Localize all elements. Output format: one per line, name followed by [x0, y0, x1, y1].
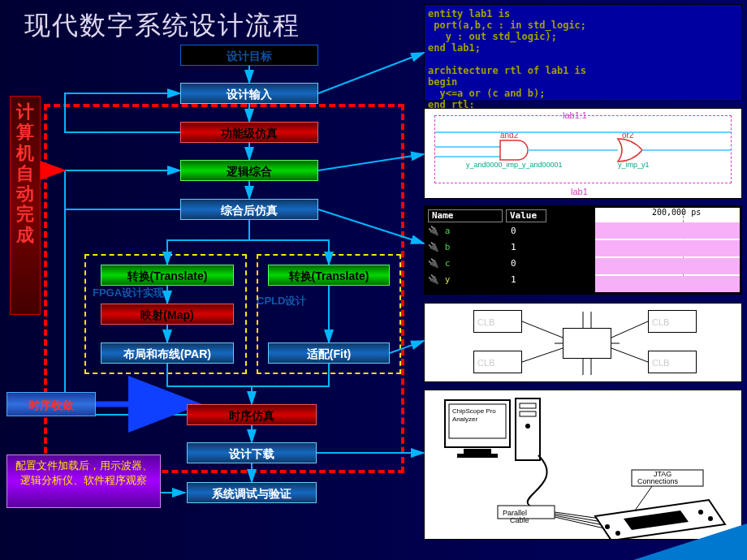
panel-vhdl: entity lab1 is port(a,b,c : in std_logic… [424, 4, 742, 101]
svg-rect-22 [520, 403, 536, 408]
svg-rect-20 [457, 454, 498, 458]
flow-synth: 逻辑综合 [180, 160, 318, 181]
svg-line-7 [611, 321, 648, 338]
page-title: 现代数字系统设计流程 [24, 8, 300, 44]
flow-par: 布局和布线(PAR) [101, 342, 234, 364]
flow-fit: 适配(Fit) [268, 342, 390, 364]
svg-line-5 [522, 321, 563, 338]
flow-goal: 设计目标 [180, 45, 318, 66]
svg-point-24 [525, 424, 530, 429]
panel-simulation: Name Value 🔌 a 🔌 b 🔌 c 🔌 y 0 1 0 1 200,0… [424, 205, 742, 295]
panel-jtag: ChipScope Pro Analyzer Parallel Cable JT… [424, 390, 742, 540]
svg-rect-23 [520, 411, 536, 416]
vertical-red-label: 计算机自动完成 [10, 96, 41, 315]
svg-point-35 [615, 531, 620, 536]
flow-download: 设计下载 [187, 442, 317, 463]
flow-input: 设计输入 [180, 83, 318, 104]
flow-timesim: 时序仿真 [187, 404, 317, 425]
flow-translate2: 转换(Translate) [268, 265, 390, 286]
svg-text:Cable: Cable [510, 516, 529, 524]
panel-clb: CLB CLB CLB CLB [424, 303, 742, 382]
svg-line-8 [611, 348, 648, 362]
svg-rect-19 [464, 449, 491, 454]
svg-line-50 [318, 53, 424, 93]
svg-point-36 [698, 510, 703, 515]
svg-text:Connections: Connections [637, 477, 679, 485]
flow-postsynth: 综合后仿真 [180, 199, 318, 220]
note-config: 配置文件加载后，用示波器、逻辑分析仪、软件程序观察 [6, 454, 161, 508]
svg-text:ChipScope Pro: ChipScope Pro [452, 407, 496, 415]
svg-point-37 [708, 516, 713, 521]
flow-verify: 系统调试与验证 [187, 482, 317, 503]
panel-schematic: lab1:1 and2 or2 y_and0000_imp_y_and00001… [424, 108, 742, 199]
corner-triangle [633, 523, 747, 560]
svg-point-34 [605, 524, 610, 529]
svg-text:Analyzer: Analyzer [452, 416, 477, 423]
svg-line-6 [522, 348, 563, 362]
flow-funcsim: 功能级仿真 [180, 122, 318, 143]
flow-map: 映射(Map) [101, 304, 234, 325]
note-timing-closure: 时序收敛 [6, 392, 96, 416]
flow-translate1: 转换(Translate) [101, 265, 234, 286]
